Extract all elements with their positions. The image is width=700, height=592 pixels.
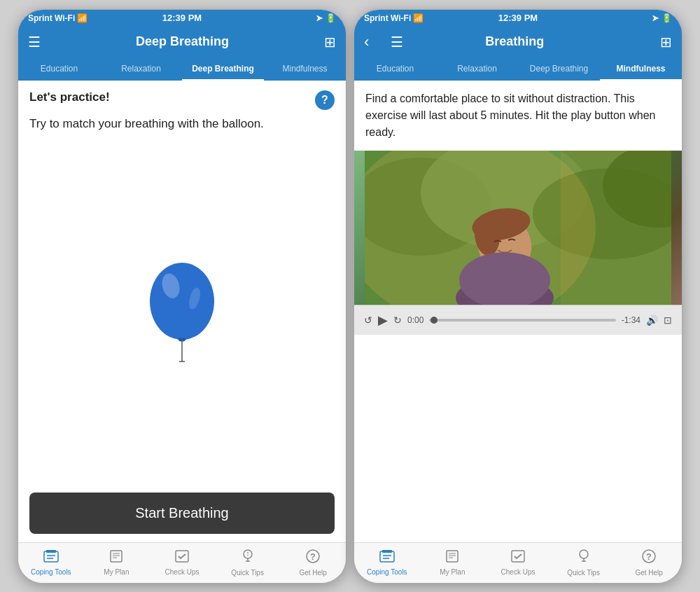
practice-header: Let's practice! ? — [18, 81, 346, 116]
svg-point-43 — [580, 550, 588, 558]
quick-tips-label-right: Quick Tips — [567, 569, 600, 577]
practice-subtext: Try to match your breathing with the bal… — [18, 116, 346, 138]
battery-icon: 🔋 — [326, 13, 336, 23]
my-plan-label-right: My Plan — [440, 568, 465, 576]
svg-rect-35 — [382, 550, 392, 553]
status-bar-left: Sprint Wi-Fi 📶 12:39 PM ➤ 🔋 ☰ Deep Breat… — [18, 10, 346, 81]
menu-icon-left[interactable]: ☰ — [28, 34, 41, 50]
wifi-icon-right: 📶 — [413, 13, 424, 23]
tabs-left: Education Relaxation Deep Breathing Mind… — [18, 58, 346, 81]
balloon-svg — [140, 258, 224, 363]
svg-rect-6 — [46, 550, 56, 553]
nav-bar-right: ‹ ☰ Breathing ⊞ — [354, 26, 682, 58]
svg-point-18 — [247, 555, 248, 556]
get-help-icon-left: ? — [305, 549, 321, 567]
my-plan-label-left: My Plan — [104, 568, 129, 576]
nav-bar-left: ☰ Deep Breathing ⊞ — [18, 26, 346, 58]
settings-icon-right[interactable]: ⊞ — [660, 34, 672, 50]
svg-text:?: ? — [647, 552, 652, 562]
current-time: 0:00 — [407, 315, 424, 325]
progress-bar[interactable] — [429, 319, 615, 322]
my-plan-icon-right — [445, 549, 459, 567]
balloon-area — [18, 137, 346, 483]
tab-mindfulness-right[interactable]: Mindfulness — [600, 58, 682, 81]
time-center-right: 12:39 PM — [498, 13, 538, 23]
svg-rect-33 — [561, 151, 671, 305]
menu-icon-right[interactable]: ☰ — [391, 34, 403, 50]
coping-tools-icon-right — [379, 549, 395, 567]
nav-title-left: Deep Breathing — [136, 34, 229, 49]
check-ups-label-right: Check Ups — [501, 568, 536, 576]
remaining-time: -1:34 — [622, 315, 640, 325]
tab-mindfulness-left[interactable]: Mindfulness — [264, 58, 346, 81]
meditation-image — [365, 151, 671, 305]
bottom-tab-quicktips-left[interactable]: Quick Tips — [215, 543, 281, 583]
get-help-label-left: Get Help — [299, 569, 326, 577]
bottom-tab-coping-right[interactable]: Coping Tools — [354, 543, 420, 583]
svg-rect-13 — [176, 551, 188, 562]
status-right-left: ➤ 🔋 — [316, 13, 336, 23]
check-ups-icon-left — [174, 549, 190, 567]
coping-tools-label-left: Coping Tools — [31, 568, 71, 576]
expand-icon[interactable]: ⊡ — [664, 315, 672, 326]
my-plan-icon-left — [109, 549, 123, 567]
quick-tips-label-left: Quick Tips — [231, 569, 264, 577]
practice-title: Let's practice! — [29, 90, 110, 104]
bottom-tab-quicktips-right[interactable]: Quick Tips — [551, 543, 617, 583]
forward-icon[interactable]: ↻ — [393, 315, 402, 326]
back-button-right[interactable]: ‹ — [364, 33, 369, 51]
content-spacer — [354, 335, 682, 542]
status-bar-right: Sprint Wi-Fi 📶 12:39 PM ➤ 🔋 ‹ ☰ Breathin… — [354, 10, 682, 81]
carrier-text: Sprint Wi-Fi — [28, 13, 75, 23]
bottom-tab-coping-left[interactable]: Coping Tools — [18, 543, 84, 583]
svg-rect-42 — [512, 551, 524, 562]
media-image — [354, 151, 682, 305]
coping-tools-icon-left — [43, 549, 59, 567]
bottom-tabs-left: Coping Tools My Plan Check Ups — [18, 542, 346, 583]
tab-deepbreathing-left[interactable]: Deep Breathing — [182, 58, 264, 81]
status-left-left: Sprint Wi-Fi 📶 — [28, 13, 88, 23]
rewind-icon[interactable]: ↺ — [364, 315, 372, 326]
bottom-tab-myplan-left[interactable]: My Plan — [84, 543, 150, 583]
quick-tips-icon-left — [241, 549, 255, 567]
wifi-icon: 📶 — [77, 13, 88, 23]
progress-dot — [430, 317, 438, 324]
bottom-tabs-right: Coping Tools My Plan Check Ups — [354, 542, 682, 583]
bottom-tab-checkups-right[interactable]: Check Ups — [485, 543, 551, 583]
start-breathing-button[interactable]: Start Breathing — [29, 493, 335, 534]
check-ups-icon-right — [510, 549, 526, 567]
bottom-tab-myplan-right[interactable]: My Plan — [420, 543, 486, 583]
carrier-text-right: Sprint Wi-Fi — [364, 13, 411, 23]
battery-icon-right: 🔋 — [662, 13, 672, 23]
bottom-tab-checkups-left[interactable]: Check Ups — [149, 543, 215, 583]
tab-education-left[interactable]: Education — [18, 58, 100, 81]
bottom-tab-gethelp-right[interactable]: ? Get Help — [616, 543, 682, 583]
settings-icon-left[interactable]: ⊞ — [324, 34, 336, 50]
question-mark: ? — [321, 94, 328, 106]
svg-text:?: ? — [311, 552, 316, 562]
nav-title-right: Breathing — [485, 34, 544, 49]
content-right: Find a comfortable place to sit without … — [354, 81, 682, 542]
svg-point-14 — [244, 550, 252, 558]
status-left-right: Sprint Wi-Fi 📶 — [364, 13, 424, 23]
get-help-label-right: Get Help — [635, 569, 662, 577]
coping-tools-label-right: Coping Tools — [367, 568, 407, 576]
check-ups-label-left: Check Ups — [165, 568, 200, 576]
play-button[interactable]: ▶ — [378, 312, 388, 328]
svg-rect-38 — [447, 551, 458, 562]
help-icon[interactable]: ? — [315, 90, 335, 110]
tab-relaxation-left[interactable]: Relaxation — [100, 58, 182, 81]
tab-relaxation-right[interactable]: Relaxation — [436, 58, 518, 81]
status-right-right: ➤ 🔋 — [652, 13, 672, 23]
svg-point-0 — [150, 263, 214, 340]
svg-rect-5 — [44, 551, 58, 562]
tab-education-right[interactable]: Education — [354, 58, 436, 81]
volume-icon[interactable]: 🔊 — [646, 315, 658, 326]
quick-tips-icon-right — [577, 549, 591, 567]
content-left: Let's practice! ? Try to match your brea… — [18, 81, 346, 484]
audio-player: ↺ ▶ ↻ 0:00 -1:34 🔊 ⊡ — [354, 305, 682, 335]
get-help-icon-right: ? — [641, 549, 657, 567]
bottom-tab-gethelp-left[interactable]: ? Get Help — [280, 543, 346, 583]
breathing-instruction: Find a comfortable place to sit without … — [354, 81, 682, 151]
tab-deepbreathing-right[interactable]: Deep Breathing — [518, 58, 600, 81]
